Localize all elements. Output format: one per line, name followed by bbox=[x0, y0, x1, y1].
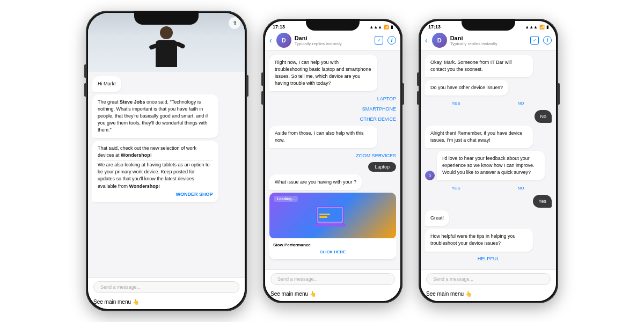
loading-label: Loading... bbox=[274, 196, 298, 202]
svg-rect-2 bbox=[314, 224, 346, 226]
speaker-head bbox=[160, 26, 173, 39]
yes-no-row1: YES NO bbox=[425, 99, 552, 107]
other-device-btn[interactable]: OTHER DEVICE bbox=[360, 115, 396, 123]
laptop-svg bbox=[311, 199, 354, 231]
check-icon-mid[interactable]: ✓ bbox=[375, 36, 383, 45]
wonder-shop-link[interactable]: WONDER SHOP bbox=[98, 191, 213, 198]
share-icon[interactable]: ⇧ bbox=[229, 17, 240, 29]
user-reply-1-right: No bbox=[535, 110, 552, 123]
message-input-mid[interactable]: Send a message... bbox=[270, 273, 395, 285]
yes-btn-2[interactable]: YES bbox=[425, 184, 487, 192]
helpful-btn[interactable]: HELPFUL bbox=[425, 254, 552, 263]
steve-jobs-message: The great Steve Jobs once said, "Technol… bbox=[92, 94, 218, 138]
wifi-icon: 📶 bbox=[384, 25, 389, 30]
user-reply-mid: Laptop bbox=[368, 162, 396, 172]
messages-area-left: Hi Mark! The great Steve Jobs once said,… bbox=[88, 72, 245, 277]
message-input-left[interactable]: Send a message... bbox=[93, 281, 239, 293]
no-btn-2[interactable]: NO bbox=[490, 184, 552, 192]
bot-msg1-right: Okay, Mark. Someone from IT Bar will con… bbox=[425, 55, 533, 77]
back-button-right[interactable]: ‹ bbox=[425, 36, 428, 45]
wifi-icon-right: 📶 bbox=[539, 25, 545, 30]
screen-mid: 17:13 ▲▲▲ 📶 ▮ ‹ D Dani Typically replies… bbox=[265, 21, 400, 301]
quick-replies-group1: LAPTOP SMARTPHONE OTHER DEVICE bbox=[269, 94, 396, 123]
notch-left bbox=[134, 11, 199, 25]
time-mid: 17:13 bbox=[273, 24, 285, 30]
notch-right bbox=[462, 19, 515, 31]
input-bar-mid: Send a message... bbox=[265, 269, 400, 288]
bot-msg5-right: Great! bbox=[425, 210, 449, 226]
speaker-arm-right bbox=[175, 41, 186, 49]
status-icons-right: ▲▲▲ 📶 ▮ bbox=[525, 25, 548, 30]
click-here-btn[interactable]: CLICK HERE bbox=[273, 247, 392, 257]
signal-icon: ▲▲▲ bbox=[369, 25, 382, 30]
speaker-silhouette bbox=[152, 26, 181, 69]
check-icon-right[interactable]: ✓ bbox=[530, 36, 539, 45]
bot-msg4-row: D I'd love to hear your feedback about y… bbox=[425, 151, 552, 180]
main-menu-right[interactable]: See main menu 👆 bbox=[421, 288, 556, 301]
scene: ⇧ Hi Mark! The great Steve Jobs once sai… bbox=[0, 0, 644, 322]
divider bbox=[98, 160, 213, 160]
header-icons-mid: ✓ i bbox=[375, 36, 396, 45]
bot-msg2-mid: Aside from those, I can also help with t… bbox=[269, 126, 377, 148]
small-avatar-right: D bbox=[425, 171, 435, 180]
msg1-bold: Steve Jobs bbox=[120, 99, 145, 105]
side-button-mid bbox=[402, 83, 404, 105]
chat-header-right: ‹ D Dani Typically replies instantly ✓ i bbox=[421, 31, 556, 50]
no-btn-1[interactable]: NO bbox=[490, 99, 552, 107]
info-icon-mid[interactable]: i bbox=[387, 36, 396, 45]
screen-right: 17:13 ▲▲▲ 📶 ▮ ‹ D Dani Typically replies… bbox=[421, 21, 556, 301]
battery-icon-right: ▮ bbox=[546, 25, 548, 30]
header-info-mid: Dani Typically replies instantly bbox=[295, 35, 371, 46]
phone-right-frame: 17:13 ▲▲▲ 📶 ▮ ‹ D Dani Typically replies… bbox=[419, 19, 558, 303]
battery-icon: ▮ bbox=[391, 25, 393, 30]
issue-card: Loading... Slow Performance CLICK HERE bbox=[269, 193, 396, 259]
user-reply-2-right: Yes bbox=[533, 195, 552, 208]
side-button-right bbox=[558, 83, 560, 105]
card-image-content: Loading... bbox=[311, 199, 354, 233]
wondershop-message: That said, check out the new selection o… bbox=[92, 141, 218, 202]
speaker-arm-left bbox=[149, 43, 158, 50]
messages-area-right: Okay, Mark. Someone from IT Bar will con… bbox=[421, 50, 556, 269]
time-right: 17:13 bbox=[428, 24, 441, 30]
card-label: Slow Performance bbox=[273, 243, 392, 247]
greeting-message: Hi Mark! bbox=[92, 76, 121, 92]
phone-left-frame: ⇧ Hi Mark! The great Steve Jobs once sai… bbox=[86, 11, 247, 311]
messages-scroll-mid: Right now, I can help you with troublesh… bbox=[269, 55, 396, 265]
card-image: Loading... bbox=[269, 193, 396, 238]
input-bar-right: Send a message... bbox=[421, 269, 556, 288]
input-bar-left: Send a message... bbox=[88, 277, 245, 296]
contact-status-right: Typically replies instantly bbox=[450, 41, 527, 46]
messages-scroll-right: Okay, Mark. Someone from IT Bar will con… bbox=[425, 55, 552, 265]
back-button-mid[interactable]: ‹ bbox=[269, 36, 272, 45]
msg3-end: ! bbox=[158, 184, 160, 189]
phone-left: ⇧ Hi Mark! The great Steve Jobs once sai… bbox=[86, 11, 247, 311]
phone-middle: 17:13 ▲▲▲ 📶 ▮ ‹ D Dani Typically replies… bbox=[263, 19, 402, 303]
yes-btn-1[interactable]: YES bbox=[425, 99, 487, 107]
bot-msg4-right: I'd love to hear your feedback about you… bbox=[437, 151, 545, 180]
message-input-right[interactable]: Send a message... bbox=[426, 273, 551, 285]
notch-mid bbox=[306, 19, 360, 31]
msg1-pre: The great bbox=[98, 99, 120, 105]
phone-right: 17:13 ▲▲▲ 📶 ▮ ‹ D Dani Typically replies… bbox=[419, 19, 558, 303]
yes-no-row2: YES NO bbox=[425, 184, 552, 192]
info-icon-right[interactable]: i bbox=[543, 36, 552, 45]
greeting-text: Hi Mark! bbox=[98, 81, 116, 86]
bot-msg3-mid: What issue are you having with your ? bbox=[269, 174, 362, 190]
phone-middle-frame: 17:13 ▲▲▲ 📶 ▮ ‹ D Dani Typically replies… bbox=[263, 19, 402, 303]
side-button bbox=[247, 75, 248, 97]
contact-status-mid: Typically replies instantly bbox=[295, 41, 371, 46]
main-menu-left[interactable]: See main menu 👆 bbox=[88, 296, 245, 309]
svg-rect-3 bbox=[319, 214, 330, 215]
bot-msg6-right: How helpful were the tips in helping you… bbox=[425, 229, 533, 251]
signal-icon-right: ▲▲▲ bbox=[525, 25, 538, 30]
contact-name-right: Dani bbox=[450, 35, 527, 41]
msg2-post: ! bbox=[150, 152, 152, 158]
msg3-bold: Wondershop bbox=[129, 184, 159, 189]
main-menu-mid[interactable]: See main menu 👆 bbox=[265, 288, 400, 301]
messages-area-mid: Right now, I can help you with troublesh… bbox=[265, 50, 400, 269]
contact-name-mid: Dani bbox=[295, 35, 371, 41]
smartphone-btn[interactable]: SMARTPHONE bbox=[362, 105, 396, 113]
zoom-services-btn[interactable]: ZOOM SERVICES bbox=[269, 152, 396, 159]
laptop-btn[interactable]: LAPTOP bbox=[377, 95, 396, 103]
messages-scroll-left: Hi Mark! The great Steve Jobs once said,… bbox=[92, 76, 240, 273]
